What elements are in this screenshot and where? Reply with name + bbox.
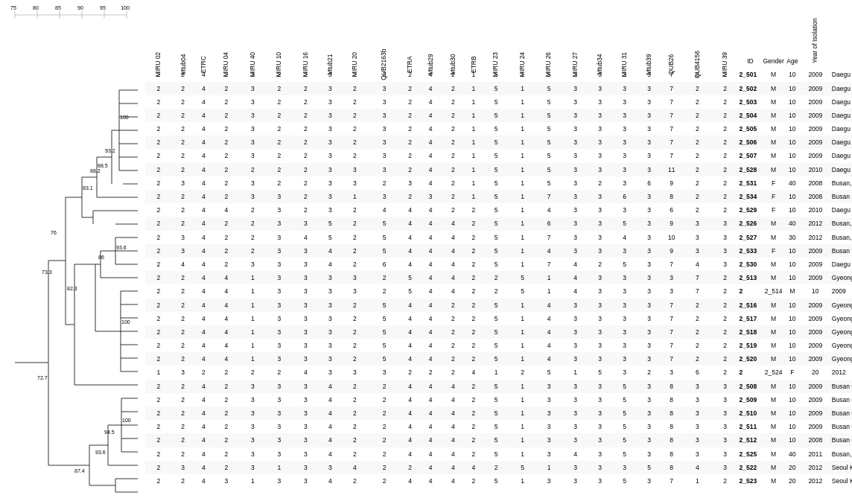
table-cell-r2-c3: 2: [213, 95, 240, 109]
table-cell-r22-c1: 3: [172, 366, 194, 379]
table-cell-r5-c2: 4: [194, 135, 213, 149]
table-cell-r18-c11: 4: [419, 312, 442, 325]
svg-text:86: 86: [98, 255, 104, 260]
table-cell-r15-c28: Gyeongju D High school: [831, 271, 852, 284]
table-cell-r29-c14: 2: [483, 461, 509, 474]
table-cell-r8-c21: 9: [661, 176, 683, 190]
table-cell-r7-c3: 2: [213, 163, 240, 176]
table-cell-r8-c14: 5: [483, 176, 509, 190]
table-cell-r14-c10: 4: [401, 258, 419, 271]
table-cell-r6-c18: 3: [588, 149, 611, 162]
table-cell-r14-c22: 4: [683, 258, 712, 271]
table-cell-r16-c18: 3: [588, 284, 611, 298]
table-row: 13222243332224125153236222_524F202012Seo…: [145, 366, 852, 379]
table-cell-r30-c26: 20: [785, 474, 800, 488]
table-cell-r30-c9: 2: [368, 474, 401, 488]
table-cell-r20-c17: 3: [562, 339, 589, 352]
table-cell-r20-c23: 2: [712, 339, 739, 352]
table-row: 2242322323242151533337222_507M102009Daeg…: [145, 149, 852, 162]
phylogenetic-tree: 75 80 85 90 95 100 100: [0, 0, 145, 504]
svg-text:100: 100: [121, 5, 130, 10]
col-header-1: Mtub04: [172, 0, 194, 68]
table-cell-r4-c9: 3: [368, 122, 401, 135]
table-cell-r27-c18: 3: [588, 433, 611, 447]
table-cell-r26-c13: 2: [465, 420, 483, 433]
table-cell-r7-c21: 11: [661, 163, 683, 176]
table-cell-r28-c23: 3: [712, 447, 739, 461]
table-cell-r29-c3: 2: [213, 461, 240, 474]
table-cell-r9-c24: 2_534: [738, 190, 762, 203]
table-cell-r2-c5: 2: [266, 95, 293, 109]
table-cell-r6-c26: 10: [785, 149, 800, 162]
table-cell-r5-c17: 3: [562, 135, 589, 149]
table-cell-r3-c2: 4: [194, 109, 213, 122]
table-cell-r30-c11: 4: [419, 474, 442, 488]
table-cell-r20-c25: M: [762, 339, 784, 352]
table-cell-r15-c25: M: [762, 271, 784, 284]
table-cell-r13-c10: 4: [401, 244, 419, 258]
table-cell-r28-c5: 3: [266, 447, 293, 461]
table-cell-r9-c23: 2: [712, 190, 739, 203]
table-cell-r13-c22: 3: [683, 244, 712, 258]
col-header-2: ETRC: [194, 0, 213, 68]
table-cell-r10-c27: 2010: [800, 203, 831, 217]
table-cell-r26-c15: 1: [509, 420, 536, 433]
table-cell-r18-c15: 1: [509, 312, 536, 325]
table-cell-r8-c15: 1: [509, 176, 536, 190]
table-cell-r2-c12: 2: [442, 95, 464, 109]
table-cell-r27-c15: 1: [509, 433, 536, 447]
table-cell-r19-c22: 2: [683, 325, 712, 339]
table-cell-r21-c24: 2_520: [738, 352, 762, 366]
table-cell-r27-c19: 5: [611, 433, 638, 447]
table-cell-r24-c0: 2: [145, 393, 172, 406]
table-cell-r8-c2: 4: [194, 176, 213, 190]
table-cell-r2-c28: Daegu A High school: [831, 95, 852, 109]
data-table-area: MIRU 02Mtub04ETRCMIRU 04MIRU 40MIRU 10MI…: [145, 0, 852, 504]
table-cell-r25-c18: 3: [588, 406, 611, 420]
table-cell-r4-c3: 2: [213, 122, 240, 135]
table-cell-r14-c18: 2: [588, 258, 611, 271]
table-cell-r19-c1: 2: [172, 325, 194, 339]
table-cell-r2-c17: 3: [562, 95, 589, 109]
table-cell-r3-c8: 2: [342, 109, 369, 122]
table-cell-r6-c23: 2: [712, 149, 739, 162]
table-row: 2242333422444251333538332_509M102009Busa…: [145, 393, 852, 406]
table-cell-r18-c20: 3: [638, 312, 660, 325]
table-row: 2242322323242151533337222_505M102009Daeg…: [145, 122, 852, 135]
table-cell-r23-c12: 4: [442, 380, 464, 393]
table-cell-r8-c6: 2: [293, 176, 320, 190]
table-cell-r27-c23: 3: [712, 433, 739, 447]
table-cell-r17-c17: 3: [562, 299, 589, 312]
table-cell-r13-c24: 2_533: [738, 244, 762, 258]
table-cell-r6-c9: 3: [368, 149, 401, 162]
table-cell-r11-c11: 4: [419, 217, 442, 230]
table-cell-r17-c13: 2: [465, 299, 483, 312]
table-cell-r10-c10: 4: [401, 203, 419, 217]
table-cell-r17-c14: 5: [483, 299, 509, 312]
table-cell-r12-c14: 5: [483, 231, 509, 244]
table-cell-r22-c6: 4: [293, 366, 320, 379]
table-cell-r1-c23: 2: [712, 82, 739, 95]
table-cell-r8-c20: 6: [638, 176, 660, 190]
table-cell-r10-c0: 2: [145, 203, 172, 217]
table-cell-r9-c9: 3: [368, 190, 401, 203]
table-cell-r13-c9: 5: [368, 244, 401, 258]
table-cell-r22-c10: 2: [401, 366, 419, 379]
svg-text:100: 100: [120, 115, 129, 120]
table-cell-r14-c6: 3: [293, 258, 320, 271]
table-cell-r13-c3: 2: [213, 244, 240, 258]
table-cell-r19-c13: 2: [465, 325, 483, 339]
table-cell-r13-c26: 10: [785, 244, 800, 258]
table-cell-r2-c26: 10: [785, 95, 800, 109]
table-cell-r25-c10: 4: [401, 406, 419, 420]
svg-text:95: 95: [100, 5, 106, 10]
table-cell-r15-c6: 3: [293, 271, 320, 284]
table-cell-r0-c26: 10: [785, 68, 800, 81]
table-cell-r16-c14: 2: [483, 284, 509, 298]
table-cell-r22-c18: 5: [588, 366, 611, 379]
table-cell-r15-c19: 3: [611, 271, 638, 284]
col-header-26: Age: [785, 0, 800, 68]
table-cell-r26-c4: 3: [240, 420, 267, 433]
table-cell-r27-c4: 3: [240, 433, 267, 447]
table-cell-r14-c2: 4: [194, 258, 213, 271]
